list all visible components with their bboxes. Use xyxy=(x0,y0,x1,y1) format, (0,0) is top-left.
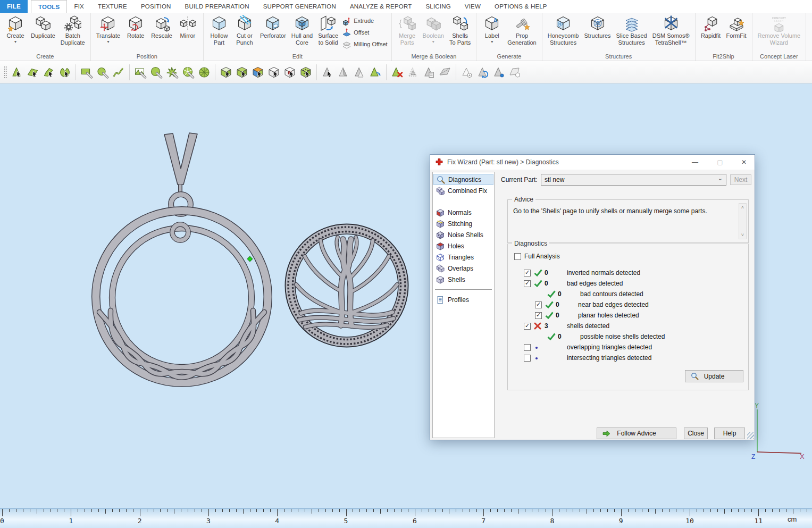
selected-point-marker[interactable] xyxy=(247,256,253,262)
fix-page-overlaps[interactable]: Overlaps xyxy=(433,263,493,274)
ribbon-button-prop-generation[interactable]: PropGeneration xyxy=(505,13,539,46)
select-colored-cube-icon[interactable] xyxy=(251,65,265,79)
diagnostic-checkbox[interactable] xyxy=(535,312,542,319)
diagnostic-checkbox[interactable] xyxy=(524,355,531,362)
scroll-up-icon[interactable]: ˄ xyxy=(739,205,746,210)
ribbon-button-label[interactable]: ALabel▾ xyxy=(479,13,505,45)
help-button[interactable]: Help xyxy=(714,428,745,439)
diagnostic-checkbox[interactable] xyxy=(535,301,542,308)
menu-tab-file[interactable]: FILE xyxy=(0,0,28,13)
select-noise-cube-icon[interactable] xyxy=(299,65,313,79)
ribbon-button-rotate[interactable]: Rotate xyxy=(123,13,148,40)
ribbon-button-create[interactable]: Create▾ xyxy=(3,13,28,45)
select-plane-icon[interactable] xyxy=(26,65,40,79)
fix-page-triangles[interactable]: Triangles xyxy=(433,252,493,263)
mark-polyline-icon[interactable] xyxy=(112,65,126,79)
marked-triangle-icon[interactable] xyxy=(321,65,335,79)
menu-tab-tools[interactable]: TOOLS xyxy=(31,0,67,13)
ribbon-button-offset-s[interactable]: Offset xyxy=(342,27,387,38)
ribbon-button-surface-solid[interactable]: Surfaceto Solid xyxy=(315,13,341,46)
orient-triangle-icon[interactable] xyxy=(476,65,490,79)
ribbon-button-hollow-part[interactable]: HollowPart xyxy=(206,13,232,46)
ribbon-button-tetrashell[interactable]: DSM Somos®TetraShell™ xyxy=(650,13,692,46)
menu-tab-build-preparation[interactable]: BUILD PREPARATION xyxy=(178,0,256,13)
ribbon-button-milling-s[interactable]: Milling Offset xyxy=(342,38,387,50)
ribbon-button-rapidfit[interactable]: Rapidfit xyxy=(698,13,724,40)
pendant-ring-model[interactable] xyxy=(92,133,272,387)
ribbon-button-hull-core[interactable]: Hull andCore xyxy=(289,13,315,46)
ribbon-button-perforator[interactable]: Perforator xyxy=(257,13,289,40)
advice-scrollbar[interactable]: ˄ ˅ xyxy=(739,203,747,239)
select-inner-cube-icon[interactable] xyxy=(283,65,297,79)
delete-marked-icon[interactable] xyxy=(390,65,405,79)
diagnostic-checkbox[interactable] xyxy=(524,270,531,276)
invert-marked-icon[interactable] xyxy=(337,65,351,79)
fix-page-profiles[interactable]: Profiles xyxy=(433,294,493,305)
ribbon-button-mirror[interactable]: Mirror xyxy=(175,13,200,40)
quad-info-icon[interactable] xyxy=(508,65,522,79)
ribbon-button-translate[interactable]: Translate▾ xyxy=(94,13,123,45)
ribbon-button-cut-punch[interactable]: Cut orPunch xyxy=(232,13,257,46)
menu-tab-slicing[interactable]: SLICING xyxy=(418,0,457,13)
select-part-cube-icon[interactable] xyxy=(235,65,249,79)
fix-page-shells[interactable]: Shells xyxy=(433,274,493,285)
full-analysis-checkbox[interactable] xyxy=(514,253,521,260)
menu-tab-options-help[interactable]: OPTIONS & HELP xyxy=(488,0,554,13)
mark-wheel-icon[interactable] xyxy=(197,65,212,79)
move-marked-icon[interactable] xyxy=(369,65,383,79)
select-shell-cube-icon[interactable] xyxy=(219,65,233,79)
hide-marked-icon[interactable] xyxy=(406,65,421,79)
fix-page-normals[interactable]: Normals xyxy=(433,207,493,218)
tree-of-life-model[interactable] xyxy=(286,224,408,347)
close-button[interactable]: Close xyxy=(684,428,708,439)
menu-tab-position[interactable]: POSITION xyxy=(134,0,178,13)
flatten-marked-icon[interactable] xyxy=(438,65,453,79)
close-icon[interactable]: ✕ xyxy=(738,157,750,167)
select-shell-icon[interactable] xyxy=(58,65,72,79)
menu-tab-support-generation[interactable]: SUPPORT GENERATION xyxy=(256,0,343,13)
menu-tab-view[interactable]: VIEW xyxy=(458,0,488,13)
maximize-button[interactable]: ▢ xyxy=(714,157,726,167)
diagnostic-checkbox[interactable] xyxy=(524,280,531,287)
dialog-titlebar[interactable]: Fix Wizard (Part: stl new) > Diagnostics… xyxy=(430,155,755,170)
select-triangles-icon[interactable] xyxy=(10,65,24,79)
update-button[interactable]: Update xyxy=(685,370,743,382)
mark-window-triangles-icon[interactable] xyxy=(133,65,148,79)
ribbon-button-duplicate[interactable]: Duplicate xyxy=(28,13,58,40)
triangle-info-icon[interactable] xyxy=(460,65,474,79)
ribbon-button-structures[interactable]: Structures xyxy=(581,13,613,40)
ribbon-button-honeycomb[interactable]: HoneycombStructures xyxy=(545,13,582,46)
menu-tab-fix[interactable]: FIX xyxy=(67,0,91,13)
ribbon-button-slice-structures[interactable]: Slice BasedStructures xyxy=(614,13,650,46)
ribbon-button-batch-duplicate[interactable]: BatchDuplicate xyxy=(58,13,88,46)
full-analysis-checkbox-row[interactable]: Full Analysis xyxy=(514,253,560,260)
triangle-point-icon[interactable] xyxy=(492,65,506,79)
toolbar-drag-handle[interactable] xyxy=(3,65,7,79)
next-button[interactable]: Next xyxy=(730,174,751,185)
mark-circle-icon[interactable] xyxy=(96,65,110,79)
mark-star-icon[interactable] xyxy=(165,65,180,79)
fix-page-combined-fix[interactable]: Combined Fix xyxy=(433,185,493,196)
deselect-cube-icon[interactable] xyxy=(267,65,281,79)
resize-grip[interactable] xyxy=(747,432,754,439)
scroll-down-icon[interactable]: ˅ xyxy=(739,232,746,238)
menu-tab-texture[interactable]: TEXTURE xyxy=(91,0,134,13)
mark-rectangle-icon[interactable] xyxy=(80,65,94,79)
ribbon-button-shells-to-parts[interactable]: ShellsTo Parts xyxy=(447,13,473,46)
minimize-button[interactable]: — xyxy=(689,157,701,167)
expand-marked-icon[interactable] xyxy=(353,65,367,79)
ribbon-button-rescale[interactable]: Rescale xyxy=(148,13,175,40)
ribbon-button-extrude-s[interactable]: Extrude xyxy=(342,15,387,27)
follow-advice-button[interactable]: Follow Advice xyxy=(597,428,676,439)
copy-marked-icon[interactable] xyxy=(422,65,437,79)
mark-segments-icon[interactable] xyxy=(181,65,196,79)
current-part-dropdown[interactable]: stl new ⌄ xyxy=(541,174,726,186)
fix-page-stitching[interactable]: Stitching xyxy=(433,218,493,229)
fix-page-noise-shells[interactable]: Noise Shells xyxy=(433,229,493,240)
select-surface-icon[interactable] xyxy=(42,65,56,79)
ribbon-button-formfit[interactable]: FormFit xyxy=(724,13,749,40)
mark-brush-icon[interactable] xyxy=(149,65,164,79)
diagnostic-checkbox[interactable] xyxy=(524,323,531,330)
diagnostic-checkbox[interactable] xyxy=(524,344,531,351)
fix-page-diagnostics[interactable]: Diagnostics xyxy=(433,174,493,185)
